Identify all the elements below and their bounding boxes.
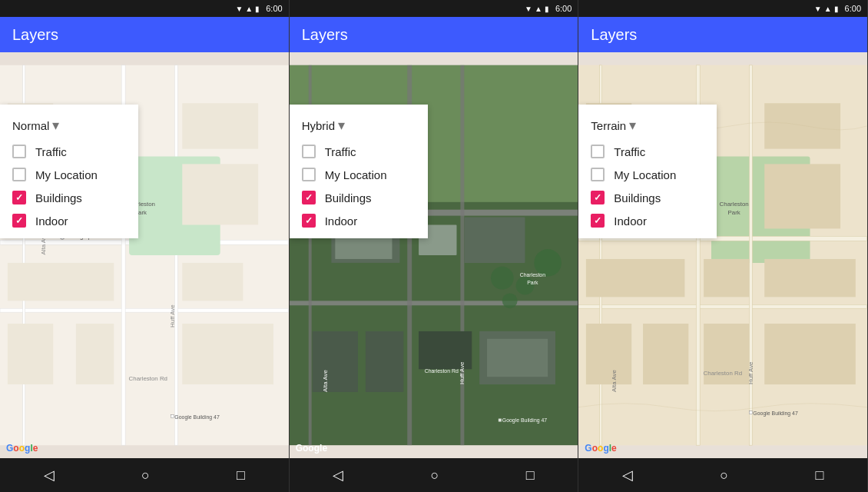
battery-icon-2: ▮ bbox=[545, 5, 549, 13]
svg-text:Google Building 47: Google Building 47 bbox=[502, 417, 547, 424]
layer-indoor-1[interactable]: Indoor bbox=[0, 209, 138, 232]
svg-rect-2 bbox=[0, 308, 289, 312]
map-type-row-2[interactable]: Hybrid ▾ bbox=[290, 111, 428, 140]
checkbox-buildings-2[interactable] bbox=[302, 191, 316, 204]
status-icons-2: ▼ ▲ ▮ bbox=[525, 5, 549, 13]
checkbox-indoor-1[interactable] bbox=[12, 214, 26, 228]
map-area-normal: Alta Ave Charleston Rd Huff Ave Googlepl… bbox=[0, 52, 289, 458]
svg-rect-12 bbox=[8, 324, 53, 384]
wifi-icon-3: ▼ bbox=[814, 5, 822, 13]
home-button-2[interactable]: ○ bbox=[416, 461, 455, 490]
svg-text:Google Building 47: Google Building 47 bbox=[754, 411, 799, 417]
checkbox-mylocation-3[interactable] bbox=[591, 168, 605, 181]
svg-text:Charleston Rd: Charleston Rd bbox=[424, 368, 458, 374]
layer-mylocation-1[interactable]: My Location bbox=[0, 163, 138, 186]
layers-overlay-1: Normal ▾ Traffic My Location Buildings I… bbox=[0, 105, 138, 238]
layer-indoor-3[interactable]: Indoor bbox=[578, 209, 717, 232]
svg-rect-60 bbox=[578, 304, 867, 308]
map-type-select-2[interactable]: Hybrid ▾ bbox=[302, 117, 345, 134]
layer-buildings-1[interactable]: Buildings bbox=[0, 186, 138, 209]
svg-rect-72 bbox=[765, 324, 856, 384]
google-logo-2: Google bbox=[296, 443, 327, 454]
checkbox-traffic-2[interactable] bbox=[302, 145, 316, 158]
checkbox-buildings-3[interactable] bbox=[591, 191, 605, 204]
back-button-2[interactable]: ◁ bbox=[317, 460, 359, 490]
panel-terrain: ▼ ▲ ▮ 6:00 Layers bbox=[578, 0, 868, 492]
svg-point-43 bbox=[491, 267, 514, 290]
svg-rect-4 bbox=[174, 65, 177, 445]
status-icons-1: ▼ ▲ ▮ bbox=[235, 5, 260, 13]
layer-traffic-2[interactable]: Traffic bbox=[290, 140, 428, 163]
layer-label-mylocation-1: My Location bbox=[35, 168, 98, 181]
google-logo-3: Google bbox=[585, 443, 616, 454]
recent-button-2[interactable]: □ bbox=[511, 461, 550, 490]
dropdown-arrow-1: ▾ bbox=[52, 117, 59, 134]
svg-rect-62 bbox=[750, 65, 753, 445]
checkbox-traffic-3[interactable] bbox=[591, 145, 605, 158]
svg-point-45 bbox=[502, 293, 517, 308]
signal-icon: ▲ bbox=[245, 5, 253, 13]
app-bar-3: Layers bbox=[578, 17, 867, 52]
panel-hybrid: ▼ ▲ ▮ 6:00 Layers bbox=[290, 0, 579, 492]
checkbox-mylocation-1[interactable] bbox=[12, 168, 26, 181]
svg-rect-69 bbox=[586, 324, 631, 384]
layer-label-buildings-3: Buildings bbox=[614, 191, 661, 204]
status-bar-3: ▼ ▲ ▮ 6:00 bbox=[578, 0, 867, 17]
app-title-1: Layers bbox=[12, 26, 58, 44]
layer-label-buildings-1: Buildings bbox=[35, 191, 82, 204]
layer-buildings-3[interactable]: Buildings bbox=[578, 186, 717, 209]
svg-rect-11 bbox=[8, 263, 114, 301]
layer-mylocation-3[interactable]: My Location bbox=[578, 163, 717, 186]
svg-text:Charleston Rd: Charleston Rd bbox=[129, 375, 167, 382]
recent-button-1[interactable]: □ bbox=[221, 461, 260, 490]
layer-label-traffic-2: Traffic bbox=[325, 145, 356, 158]
checkbox-buildings-1[interactable] bbox=[12, 191, 26, 204]
layers-overlay-3: Terrain ▾ Traffic My Location Buildings … bbox=[578, 105, 717, 238]
app-title-3: Layers bbox=[591, 26, 637, 44]
google-logo-1: Google bbox=[6, 443, 38, 454]
home-button-3[interactable]: ○ bbox=[704, 461, 744, 490]
svg-text:Charleston: Charleston bbox=[720, 201, 749, 208]
svg-text:Huff Ave: Huff Ave bbox=[169, 304, 176, 327]
layer-traffic-1[interactable]: Traffic bbox=[0, 140, 138, 163]
layer-indoor-2[interactable]: Indoor bbox=[290, 209, 428, 232]
layer-label-indoor-1: Indoor bbox=[35, 214, 68, 228]
svg-rect-13 bbox=[76, 324, 114, 384]
recent-button-3[interactable]: □ bbox=[800, 461, 839, 490]
svg-rect-9 bbox=[182, 103, 258, 148]
svg-rect-14 bbox=[182, 263, 243, 301]
map-type-row-3[interactable]: Terrain ▾ bbox=[578, 111, 717, 140]
map-type-select-1[interactable]: Normal ▾ bbox=[12, 117, 59, 134]
map-type-row-1[interactable]: Normal ▾ bbox=[0, 111, 138, 140]
layer-traffic-3[interactable]: Traffic bbox=[578, 140, 717, 163]
signal-icon-3: ▲ bbox=[824, 5, 832, 13]
status-time-2: 6:00 bbox=[555, 4, 571, 13]
back-button-1[interactable]: ◁ bbox=[28, 460, 70, 490]
svg-text:Charleston: Charleston bbox=[519, 272, 545, 278]
svg-rect-73 bbox=[704, 259, 749, 297]
signal-icon-2: ▲ bbox=[535, 5, 542, 13]
checkbox-mylocation-2[interactable] bbox=[302, 168, 316, 181]
layer-label-mylocation-2: My Location bbox=[325, 168, 387, 181]
wifi-icon-2: ▼ bbox=[525, 5, 532, 13]
nav-bar-1: ◁ ○ □ bbox=[0, 458, 289, 492]
svg-rect-37 bbox=[464, 218, 525, 263]
map-area-terrain: Googleplex Charleston Park Charleston Rd… bbox=[578, 52, 867, 458]
svg-rect-66 bbox=[765, 103, 841, 148]
layer-mylocation-2[interactable]: My Location bbox=[290, 163, 428, 186]
svg-rect-30 bbox=[460, 65, 464, 445]
layer-label-traffic-3: Traffic bbox=[614, 145, 645, 158]
checkbox-indoor-2[interactable] bbox=[302, 214, 316, 228]
checkbox-indoor-3[interactable] bbox=[591, 214, 605, 228]
status-bar-1: ▼ ▲ ▮ 6:00 bbox=[0, 0, 289, 17]
home-button-1[interactable]: ○ bbox=[126, 461, 165, 490]
svg-text:Alta Ave: Alta Ave bbox=[611, 370, 618, 392]
layer-buildings-2[interactable]: Buildings bbox=[290, 186, 428, 209]
svg-rect-41 bbox=[366, 331, 403, 392]
checkbox-traffic-1[interactable] bbox=[12, 145, 26, 158]
svg-rect-40 bbox=[312, 331, 357, 392]
map-type-select-3[interactable]: Terrain ▾ bbox=[591, 117, 636, 134]
back-button-3[interactable]: ◁ bbox=[607, 460, 648, 490]
svg-text:Huff Ave: Huff Ave bbox=[459, 361, 465, 384]
svg-rect-70 bbox=[643, 324, 688, 384]
